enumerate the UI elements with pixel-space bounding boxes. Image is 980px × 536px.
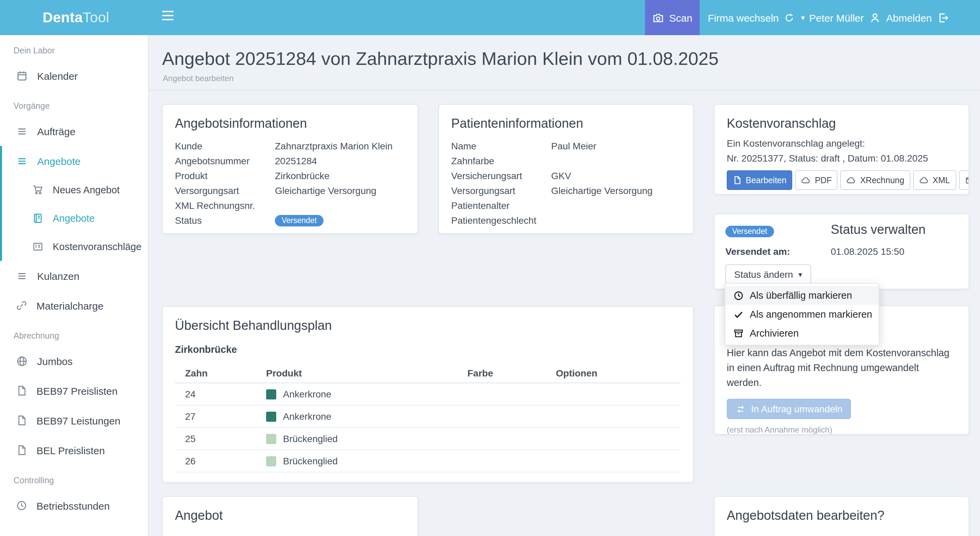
- sidebar-item-label: BEB97 Leistungen: [37, 415, 121, 426]
- column-header: Farbe: [468, 368, 556, 378]
- sidebar-group-angebote: Angebote Neues Angebot Angebote Kostenvo…: [0, 146, 148, 261]
- info-value: 20251284: [275, 153, 405, 168]
- status-badge: Versendet: [275, 215, 323, 227]
- info-row: VersicherungsartGKV: [451, 168, 681, 183]
- info-value: GKV: [551, 168, 681, 183]
- product-color-swatch: [266, 389, 276, 399]
- table-row: 25 Brückenglied: [175, 428, 681, 450]
- status-aendern-button[interactable]: Status ändern ▾: [725, 264, 811, 285]
- sidebar-item-jumbos[interactable]: Jumbos: [0, 346, 148, 376]
- bearbeiten-button[interactable]: Bearbeiten: [727, 170, 792, 190]
- sidebar-item-auftraege[interactable]: Aufträge: [0, 116, 148, 146]
- xml-button[interactable]: XML: [913, 170, 956, 190]
- sidebar-item-beb97-leistungen[interactable]: BEB97 Leistungen: [0, 405, 148, 435]
- card-title: Übersicht Behandlungsplan: [175, 318, 681, 334]
- sidebar-item-neues-angebot[interactable]: Neues Angebot: [2, 176, 148, 204]
- sidebar-item-materialcharge[interactable]: Materialcharge: [0, 290, 148, 321]
- cloud-download-icon: [919, 175, 929, 185]
- cloud-download-icon: [801, 175, 811, 185]
- info-label: Status: [175, 213, 275, 228]
- produkt-cell: Brückenglied: [266, 433, 468, 444]
- info-value: Paul Meier: [551, 139, 681, 153]
- app-logo[interactable]: DentaTool: [43, 0, 109, 35]
- menu-item-angenommen[interactable]: Als angenommen markieren: [725, 305, 879, 324]
- info-value: Versendet: [275, 213, 405, 228]
- sidebar-item-label: Kalender: [37, 70, 78, 81]
- card-kostenvoranschlag: Kostenvoranschlag Ein Kostenvoranschlag …: [714, 104, 969, 195]
- kv-line2: Nr. 20251377, Status: draft , Datum: 01.…: [727, 151, 956, 166]
- camera-icon: [652, 12, 664, 23]
- cloud-download-icon: [846, 175, 856, 185]
- produkt-cell: Ankerkrone: [266, 389, 468, 399]
- globe-icon: [16, 355, 28, 367]
- info-label: Versorgungsart: [451, 183, 551, 198]
- sidebar-item-kalender[interactable]: Kalender: [0, 61, 148, 91]
- sidebar-item-label: Kulanzen: [37, 270, 80, 282]
- info-rows: KundeZahnarztpraxis Marion Klein Angebot…: [175, 139, 405, 228]
- info-label: XML Rechnungsnr.: [175, 198, 275, 213]
- sidebar-item-angebote[interactable]: Angebote: [2, 204, 148, 233]
- transfer-arrows-icon: [735, 404, 746, 414]
- chevron-down-icon: ▾: [801, 13, 805, 22]
- sidebar-item-kostenvoranschlaege[interactable]: Kostenvoranschläge: [2, 233, 148, 261]
- sent-at-value: 01.08.2025 15:50: [831, 246, 904, 257]
- sidebar-item-bel-preislisten[interactable]: BEL Preislisten: [0, 435, 148, 465]
- info-row: KundeZahnarztpraxis Marion Klein: [175, 139, 405, 153]
- auftrag-hint: (erst nach Annahme möglich): [727, 425, 956, 435]
- sidebar-item-beb97-preislisten[interactable]: BEB97 Preislisten: [0, 376, 148, 405]
- button-label: XML: [933, 175, 950, 185]
- menu-item-ueberfaellig[interactable]: Als überfällig markieren: [725, 286, 879, 305]
- switch-company-button[interactable]: Firma wechseln ▾: [708, 0, 805, 35]
- button-label: Status ändern: [734, 269, 793, 280]
- column-header: Zahn: [185, 368, 266, 378]
- list-card-icon: [32, 241, 43, 252]
- info-row: StatusVersendet: [175, 213, 405, 228]
- product-color-swatch: [266, 411, 276, 421]
- brand-light: Tool: [83, 10, 110, 26]
- user-menu-button[interactable]: Peter Müller: [809, 0, 881, 35]
- sidebar-section-labor: Dein Labor: [0, 43, 148, 61]
- sidebar-item-label: Jumbos: [37, 355, 73, 367]
- info-row: ProduktZirkonbrücke: [175, 168, 405, 183]
- sidebar: Dein Labor Kalender Vorgänge Aufträge An…: [0, 35, 149, 536]
- pdf-button[interactable]: PDF: [795, 170, 838, 190]
- menu-toggle-icon[interactable]: [162, 11, 175, 24]
- sidebar-item-betriebsstunden[interactable]: Betriebsstunden: [0, 491, 148, 520]
- sidebar-section-controlling: Controlling: [0, 465, 148, 491]
- card-title: Kostenvoranschlag: [727, 116, 956, 132]
- scan-button[interactable]: Scan: [645, 0, 700, 35]
- in-auftrag-umwandeln-button[interactable]: In Auftrag umwandeln: [727, 399, 851, 419]
- column-header: Optionen: [556, 368, 681, 378]
- logout-icon: [937, 12, 948, 23]
- menu-item-label: Als überfällig markieren: [750, 290, 852, 301]
- info-label: Angebotsnummer: [175, 153, 275, 168]
- menu-item-label: Archivieren: [750, 328, 799, 339]
- info-label: Kunde: [175, 139, 275, 153]
- scan-label: Scan: [669, 12, 692, 23]
- info-row: XML Rechnungsnr.: [175, 198, 405, 213]
- kv-button-row: Bearbeiten PDF XRechnung XML E-Mail: [727, 170, 956, 190]
- status-badge: Versendet: [725, 226, 774, 237]
- sidebar-item-kulanzen[interactable]: Kulanzen: [0, 261, 148, 290]
- email-button[interactable]: E-Mail: [959, 170, 969, 190]
- logout-button[interactable]: Abmelden: [886, 0, 948, 35]
- sidebar-section-vorgaenge: Vorgänge: [0, 91, 148, 116]
- button-label: PDF: [815, 175, 832, 185]
- card-status-verwalten: Versendet Status verwalten Versendet am:…: [714, 214, 969, 289]
- zahn-cell: 26: [185, 456, 266, 466]
- info-label: Patientenalter: [451, 198, 551, 213]
- switch-company-label: Firma wechseln: [708, 12, 779, 23]
- list-icon: [16, 270, 28, 282]
- sidebar-item-label: Aufträge: [37, 125, 75, 137]
- status-dropdown-menu: Als überfällig markieren Als angenommen …: [725, 283, 879, 345]
- sidebar-item-label: BEB97 Preislisten: [37, 385, 118, 396]
- clock-icon: [16, 500, 27, 511]
- card-behandlungsplan: Übersicht Behandlungsplan Zirkonbrücke Z…: [162, 306, 694, 483]
- page-title: Angebot 20251284 von Zahnarztpraxis Mari…: [162, 49, 719, 70]
- auftrag-description: Hier kann das Angebot mit dem Kostenvora…: [727, 345, 956, 390]
- xrechnung-button[interactable]: XRechnung: [840, 170, 910, 190]
- info-value: [551, 213, 681, 228]
- menu-item-archivieren[interactable]: Archivieren: [725, 324, 879, 343]
- sidebar-item-angebote-group[interactable]: Angebote: [2, 146, 148, 176]
- app-root: DentaTool Scan Firma wechseln ▾ Peter Mü…: [0, 0, 980, 536]
